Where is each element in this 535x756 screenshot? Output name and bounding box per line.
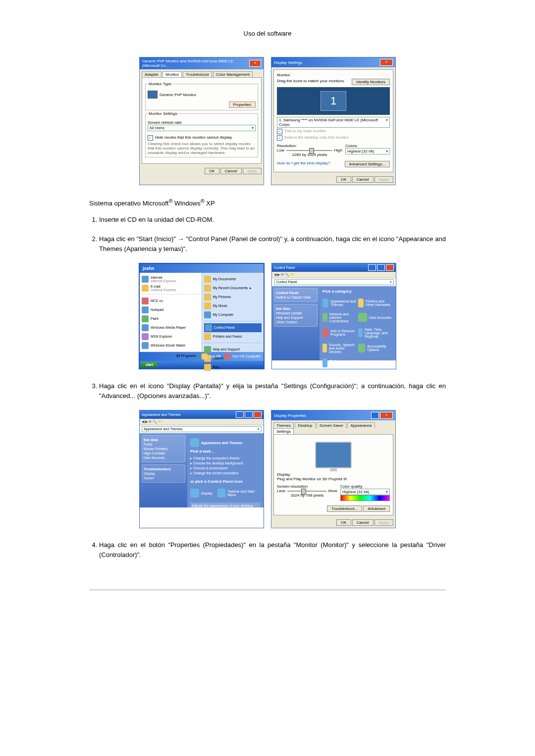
category-sounds[interactable]: Sounds, Speech, and Audio Devices (322, 343, 357, 353)
start-item[interactable]: MCE vo (142, 297, 200, 305)
tab-color-management[interactable]: Color Management (213, 71, 253, 77)
tab-adapter[interactable]: Adapter (142, 71, 161, 77)
cancel-button[interactable]: Cancel (352, 176, 374, 183)
toolbar-nav[interactable]: ◀ ▶ ⟳ 🔍 📁 (142, 420, 162, 423)
category-performance[interactable]: Performance and Maintenance (322, 358, 357, 367)
ok-button[interactable]: OK (336, 176, 351, 183)
dialog-tabs: Adapter Monitor Troubleshoot Color Manag… (140, 69, 264, 77)
start-item-printers[interactable]: Printers and Faxes (204, 332, 262, 341)
sidebar-link[interactable]: Sound (144, 476, 183, 480)
category-accessibility[interactable]: Accessibility Options (358, 343, 393, 353)
category-network[interactable]: Network and Internet Connections (322, 312, 357, 323)
start-button[interactable]: start (141, 362, 158, 367)
hide-modes-checkbox[interactable]: ✓ (148, 135, 153, 141)
resolution-value: 1024 by 768 pixels (277, 493, 337, 498)
task-link[interactable]: ▸ Change the computer's theme (190, 456, 261, 460)
start-item-internet[interactable]: InternetInternet Explorer (142, 275, 200, 284)
cancel-button[interactable]: Cancel (352, 519, 374, 526)
close-icon[interactable]: × (380, 59, 393, 66)
start-item[interactable]: MSN Explorer (142, 332, 200, 341)
resolution-slider[interactable]: Low High (277, 148, 342, 152)
sidebar-link[interactable]: User Account... (144, 456, 183, 459)
start-item-my-documents[interactable]: My Documents (204, 275, 262, 284)
step-2: Haga clic en "Start (Inicio)" → "Control… (99, 234, 446, 254)
task-link[interactable]: ▸ Change the screen resolution (190, 471, 261, 475)
close-icon[interactable]: × (249, 60, 261, 67)
dialog-title: Generic PnP Monitor and NVIDIA GeForce 6… (142, 59, 249, 68)
sidebar-link[interactable]: Mouse Pointers (144, 447, 183, 451)
tab-desktop[interactable]: Desktop (295, 422, 315, 428)
start-item-my-music[interactable]: My Music (204, 302, 262, 310)
start-item-control-panel[interactable]: Control Panel (204, 323, 262, 332)
cancel-button[interactable]: Cancel (220, 168, 242, 174)
task-link[interactable]: ▸ Choose the desktop background (190, 461, 261, 465)
advanced-button[interactable]: Advanced (363, 505, 390, 512)
identify-monitors-button[interactable]: Identify Monitors (352, 79, 390, 85)
close-icon[interactable] (254, 411, 262, 418)
address-bar[interactable]: Appearance and Themes (142, 426, 262, 432)
task-link[interactable]: ▸ Choose a screensaver (190, 466, 261, 470)
refresh-rate-select[interactable]: 60 Hertz (148, 125, 256, 131)
maximize-icon[interactable] (245, 411, 253, 418)
step-1: Inserte el CD en la unidad del CD-ROM. (99, 215, 446, 225)
address-bar[interactable]: Control Panel (274, 279, 394, 285)
colors-select[interactable]: Highest (32 bit) (345, 148, 390, 154)
start-item-my-pictures[interactable]: My Pictures (204, 293, 262, 302)
all-programs[interactable]: All Programs ▶ (142, 354, 200, 358)
sidebar-link[interactable]: Other Control... (276, 320, 316, 324)
start-item[interactable]: Notepad (142, 305, 200, 314)
sidebar-link[interactable]: Windows Update (276, 311, 316, 315)
start-item-my-recent[interactable]: My Recent Documents ▸ (204, 284, 262, 293)
best-display-link[interactable]: How do I get the best display? (277, 161, 330, 167)
start-item[interactable]: Paint (142, 314, 200, 323)
start-item-my-computer[interactable]: My Computer (204, 310, 262, 319)
category-date-time[interactable]: Date, Time, Language, and Regional (358, 328, 393, 338)
resolution-slider[interactable]: Less More (277, 489, 337, 493)
minimize-icon[interactable] (368, 264, 376, 271)
tab-appearance[interactable]: Appearance (347, 422, 374, 428)
category-users[interactable]: User Accounts (358, 312, 393, 323)
switch-view-link[interactable]: Switch to Classic View (276, 296, 316, 299)
apply-button[interactable]: Apply (374, 176, 393, 183)
see-also-header: See Also (144, 438, 183, 442)
sidebar-link[interactable]: Fonts (144, 443, 183, 446)
start-item-email[interactable]: E-mailOutlook Express (142, 284, 200, 293)
icon-taskbar[interactable]: Taskbar and Start Menu (217, 489, 261, 498)
tab-themes[interactable]: Themes (273, 422, 294, 428)
minimize-icon[interactable] (236, 411, 244, 418)
monitor-1-icon[interactable]: 1 (321, 91, 346, 111)
logoff-button[interactable]: Log Off (202, 353, 220, 359)
tab-screensaver[interactable]: Screen Saver (317, 422, 346, 428)
start-item[interactable]: Windows Media Player (142, 323, 200, 332)
sidebar-link[interactable]: High Contrast (144, 452, 183, 455)
tab-settings[interactable]: Settings (273, 428, 294, 434)
category-add-remove[interactable]: Add or Remove Programs (322, 328, 357, 338)
start-item-run[interactable]: Run... (204, 363, 262, 372)
category-printers[interactable]: Printers and Other Hardware (358, 299, 393, 307)
sidebar-link[interactable]: Help and Support (276, 316, 316, 319)
advanced-settings-button[interactable]: Advanced Settings... (345, 161, 390, 167)
window-title: Control Panel (274, 266, 295, 269)
turnoff-button[interactable]: Turn Off Computer (224, 353, 261, 359)
start-item-help[interactable]: Help and Support (204, 345, 262, 354)
tab-monitor[interactable]: Monitor (162, 71, 182, 77)
toolbar-nav[interactable]: ◀ ▶ ⟳ 🔍 📁 (274, 273, 295, 276)
close-icon[interactable]: × (380, 412, 393, 419)
display-select[interactable]: 1. Samsung **** on NVIDIA GeForce 6600 L… (277, 117, 390, 128)
tab-troubleshoot[interactable]: Troubleshoot (183, 71, 212, 77)
apply-button[interactable]: Apply (374, 519, 393, 526)
troubleshoot-button[interactable]: Troubleshoot... (327, 505, 362, 512)
category-appearance[interactable]: Appearance and Themes (322, 299, 357, 307)
start-item[interactable]: Windows Movie Maker (142, 341, 200, 350)
ok-button[interactable]: OK (205, 168, 219, 174)
apply-button[interactable]: Apply (243, 168, 262, 174)
close-icon[interactable] (386, 264, 394, 271)
icon-display[interactable]: Display (190, 489, 213, 498)
sidebar-link[interactable]: Display (144, 472, 183, 475)
help-icon[interactable] (371, 412, 379, 419)
refresh-rate-value: 60 Hertz (150, 126, 164, 130)
properties-button[interactable]: Properties (229, 101, 256, 108)
color-quality-select[interactable]: Highest (32 bit) (340, 489, 390, 495)
maximize-icon[interactable] (377, 264, 385, 271)
ok-button[interactable]: OK (336, 519, 351, 526)
